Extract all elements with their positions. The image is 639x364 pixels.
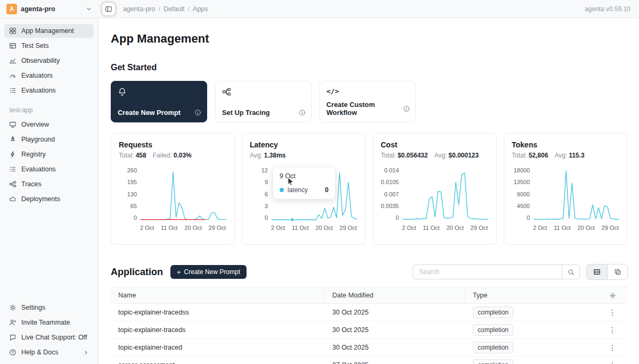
user-plus-icon bbox=[9, 319, 17, 326]
set-up-tracing-card[interactable]: Set Up Tracing bbox=[215, 81, 312, 122]
table-view-button[interactable] bbox=[587, 264, 607, 279]
sidebar-item-label: Settings bbox=[21, 304, 45, 311]
create-new-prompt-card[interactable]: Create New Prompt bbox=[111, 81, 207, 122]
card-view-icon bbox=[614, 268, 621, 276]
create-new-prompt-button[interactable]: + Create New Prompt bbox=[170, 265, 247, 279]
top-bar: A agenta-pro agenta-pro / Default / Apps… bbox=[0, 0, 639, 18]
workspace-switcher[interactable]: A agenta-pro bbox=[0, 4, 99, 14]
type-badge: completion bbox=[473, 307, 513, 319]
sidebar-item-traces[interactable]: Traces bbox=[4, 177, 94, 191]
sidebar-item-evaluators[interactable]: Evaluators bbox=[4, 69, 94, 82]
workspace-avatar: A bbox=[6, 4, 17, 14]
sidebar-item-settings[interactable]: Settings bbox=[4, 301, 94, 315]
sidebar-item-live-chat-support[interactable]: Live Chat Support: Off bbox=[4, 330, 94, 344]
sidebar-item-label: App Management bbox=[21, 27, 74, 35]
sidebar-item-test-sets[interactable]: Test Sets bbox=[4, 39, 94, 53]
search-input[interactable] bbox=[413, 264, 562, 279]
main-content: App Management Get Started Create New Pr… bbox=[99, 18, 639, 364]
chevron-down-icon bbox=[86, 6, 92, 12]
cursor-icon bbox=[287, 177, 295, 186]
cloud-icon bbox=[9, 195, 17, 203]
view-toggle bbox=[586, 264, 628, 280]
chart-line-icon bbox=[9, 57, 17, 64]
sidebar-item-deployments[interactable]: Deployments bbox=[4, 192, 94, 206]
x-axis: 2 Oct11 Oct20 Oct29 Oct bbox=[271, 225, 357, 231]
row-menu-button[interactable]: ⋮ bbox=[606, 341, 619, 354]
app-name: topic-explainer-traced bbox=[111, 339, 325, 356]
sidebar-item-overview[interactable]: Overview bbox=[4, 118, 94, 131]
sidebar-item-app-evaluations[interactable]: Evaluations bbox=[4, 162, 94, 176]
column-settings-button[interactable] bbox=[606, 289, 619, 302]
info-icon[interactable] bbox=[403, 105, 410, 112]
app-date-modified: 30 Oct 2025 bbox=[325, 304, 465, 321]
app-date-modified: 30 Oct 2025 bbox=[325, 321, 465, 338]
monitor-icon bbox=[9, 121, 17, 128]
sidebar-item-registry[interactable]: Registry bbox=[4, 147, 94, 161]
metric-title: Latency bbox=[250, 140, 358, 149]
tracing-icon bbox=[222, 87, 231, 96]
sidebar-item-label: Test Sets bbox=[21, 42, 48, 49]
plot[interactable] bbox=[533, 167, 620, 221]
create-custom-workflow-card[interactable]: </> Create Custom Workflow bbox=[320, 81, 416, 122]
row-menu-button[interactable]: ⋮ bbox=[606, 359, 619, 364]
plot[interactable] bbox=[140, 167, 227, 221]
sidebar-spacer bbox=[0, 206, 98, 300]
metric-stats: Total:$0.056432 Avg:$0.000123 bbox=[381, 152, 489, 159]
row-menu-button[interactable]: ⋮ bbox=[606, 324, 619, 336]
metric-cards: Requests Total:458 Failed:0.03% 26019513… bbox=[111, 133, 628, 245]
table-row[interactable]: topic-explainer-traced 30 Oct 2025 compl… bbox=[111, 339, 628, 357]
breadcrumb-project[interactable]: Default bbox=[163, 5, 185, 13]
search-button[interactable] bbox=[562, 264, 580, 279]
plot[interactable] bbox=[402, 167, 489, 221]
table-row[interactable]: career-assessment 27 Oct 2025 completion… bbox=[111, 357, 628, 364]
breadcrumb-workspace[interactable]: agenta-pro bbox=[123, 5, 155, 13]
x-axis: 2 Oct11 Oct20 Oct29 Oct bbox=[533, 225, 619, 231]
sidebar-toggle-button[interactable] bbox=[102, 2, 116, 16]
grid-icon bbox=[9, 27, 17, 35]
app-name: topic-explainer-traceds bbox=[111, 321, 325, 338]
get-started-cards: Create New Prompt Set Up Tracing bbox=[111, 81, 628, 122]
sidebar-item-playground[interactable]: Playground bbox=[4, 133, 94, 146]
search-icon bbox=[568, 269, 575, 276]
sidebar-item-label: Registry bbox=[21, 151, 46, 158]
metric-card-latency: Latency Avg:1.38ms 129630 2 Oct11 Oct20 … bbox=[242, 133, 366, 245]
table-icon bbox=[9, 42, 17, 49]
row-menu-button[interactable]: ⋮ bbox=[606, 306, 619, 319]
table-view-icon bbox=[593, 268, 601, 276]
y-axis: 129630 bbox=[250, 167, 268, 221]
type-badge: completion bbox=[473, 324, 513, 336]
search-group bbox=[413, 264, 580, 279]
x-axis: 2 Oct11 Oct20 Oct29 Oct bbox=[402, 225, 488, 231]
list-checks-icon bbox=[9, 166, 17, 173]
metric-card-tokens: Tokens Total:52,806 Avg:115.3 1800013500… bbox=[504, 133, 628, 245]
sidebar-item-app-management[interactable]: App Management bbox=[4, 24, 94, 38]
lightning-icon bbox=[9, 151, 17, 158]
info-icon[interactable] bbox=[299, 109, 306, 116]
info-icon[interactable] bbox=[194, 109, 201, 116]
app-root: A agenta-pro agenta-pro / Default / Apps… bbox=[0, 0, 639, 364]
sidebar-item-invite-teammate[interactable]: Invite Teammate bbox=[4, 316, 94, 329]
sidebar-item-label: Invite Teammate bbox=[21, 319, 70, 326]
sidebar-item-observability[interactable]: Observability bbox=[4, 54, 94, 68]
bell-icon bbox=[118, 87, 127, 96]
sidebar-item-label: Observability bbox=[21, 57, 60, 64]
card-view-button[interactable] bbox=[607, 264, 627, 279]
chat-bubble-icon bbox=[9, 334, 17, 341]
table-row[interactable]: topic-explainer-tracedss 30 Oct 2025 com… bbox=[111, 304, 628, 321]
sidebar-item-evaluations[interactable]: Evaluations bbox=[4, 84, 94, 97]
column-header-name: Name bbox=[111, 287, 325, 303]
x-axis: 2 Oct11 Oct20 Oct29 Oct bbox=[140, 225, 226, 231]
application-heading: Application bbox=[111, 267, 163, 278]
card-label: Create Custom Workflow bbox=[326, 101, 403, 117]
table-row[interactable]: topic-explainer-traceds 30 Oct 2025 comp… bbox=[111, 321, 628, 339]
metric-title: Tokens bbox=[512, 140, 620, 149]
gear-icon bbox=[609, 292, 616, 299]
tooltip-series: latency bbox=[288, 186, 308, 194]
breadcrumb-page[interactable]: Apps bbox=[193, 5, 208, 13]
app-date-modified: 30 Oct 2025 bbox=[325, 339, 465, 356]
metric-stats: Total:458 Failed:0.03% bbox=[119, 152, 227, 159]
sidebar-item-label: Evaluations bbox=[21, 166, 56, 173]
y-axis: 260195130650 bbox=[119, 167, 137, 221]
sidebar-item-help-docs[interactable]: Help & Docs bbox=[4, 345, 94, 359]
sidebar-item-label: Evaluations bbox=[21, 87, 56, 94]
